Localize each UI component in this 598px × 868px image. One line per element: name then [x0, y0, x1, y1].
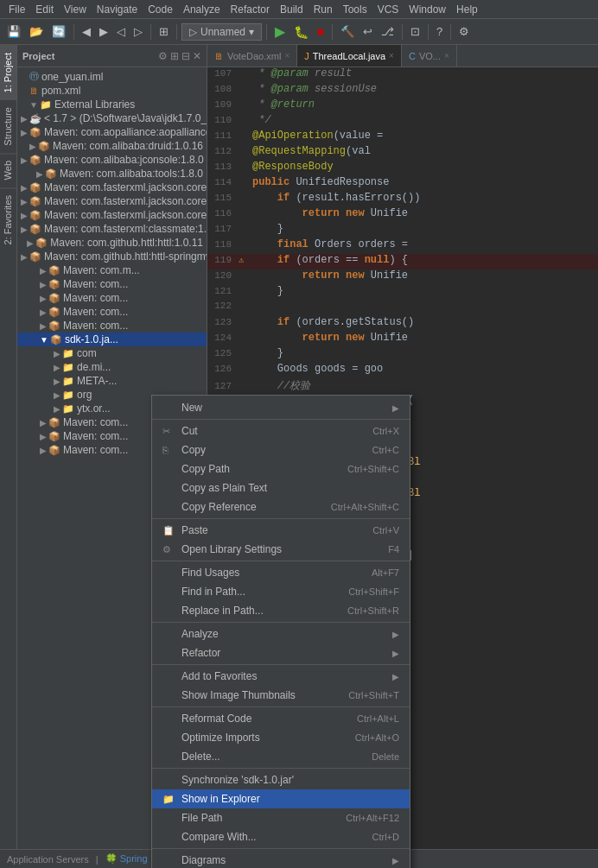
- menu-navigate[interactable]: Navigate: [92, 2, 143, 17]
- tree-item-com1[interactable]: ▶ 📦 Maven: com.m...: [17, 263, 207, 277]
- toolbar-stop-btn[interactable]: ■: [314, 23, 328, 40]
- cm-find-path[interactable]: Find in Path... Ctrl+Shift+F: [152, 582, 410, 601]
- tree-item-druid[interactable]: ▶ 📦 Maven: com.alibaba:druid:1.0.16: [17, 139, 207, 153]
- menu-view[interactable]: View: [59, 2, 92, 17]
- tree-item-com3[interactable]: ▶ 📦 Maven: com...: [17, 291, 207, 305]
- cm-paste[interactable]: 📋 Paste Ctrl+V: [152, 521, 410, 540]
- tree-item-jackson-core[interactable]: ▶ 📦 Maven: com.fasterxml.jackson.core:ja…: [17, 194, 207, 208]
- tree-item-jconsole[interactable]: ▶ 📦 Maven: com.alibaba:jconsole:1.8.0: [17, 153, 207, 167]
- left-tab-structure[interactable]: Structure: [0, 99, 16, 153]
- tree-item-pom[interactable]: 🗎 pom.xml: [17, 84, 207, 98]
- tree-item-aop[interactable]: ▶ 📦 Maven: com.aopalliance:aopalliance:1…: [17, 125, 207, 139]
- tree-item-jdk[interactable]: ▶ ☕ < 1.7 > (D:\Software\Java\jdk1.7.0_5…: [17, 111, 207, 125]
- toolbar-vcs2-btn[interactable]: ⎇: [378, 23, 398, 40]
- status-app-servers: Application Servers: [7, 854, 89, 865]
- menu-build[interactable]: Build: [275, 2, 309, 17]
- toolbar-open-btn[interactable]: 📂: [26, 23, 47, 40]
- menu-help[interactable]: Help: [451, 2, 483, 17]
- tree-item-com-folder[interactable]: ▶ 📁 com: [17, 346, 207, 360]
- tree-label-com1: Maven: com.m...: [63, 264, 140, 276]
- cm-replace-path[interactable]: Replace in Path... Ctrl+Shift+R: [152, 601, 410, 620]
- menu-tools[interactable]: Tools: [338, 2, 372, 17]
- toolbar-back2-btn[interactable]: ◁: [113, 23, 129, 40]
- menu-refactor[interactable]: Refactor: [226, 2, 275, 17]
- cm-delete[interactable]: Delete... Delete: [152, 747, 410, 766]
- tab-threadlocal[interactable]: J ThreadLocal.java ×: [297, 45, 402, 67]
- panel-icon-close[interactable]: ✕: [193, 50, 201, 62]
- tree-item-sdk[interactable]: ▼ 📦 sdk-1.0.ja...: [17, 333, 207, 346]
- toolbar-save-btn[interactable]: 💾: [3, 23, 24, 40]
- tree-item-com4[interactable]: ▶ 📦 Maven: com...: [17, 305, 207, 319]
- tree-item-tools[interactable]: ▶ 📦 Maven: com.alibaba:tools:1.8.0: [17, 167, 207, 181]
- menu-window[interactable]: Window: [404, 2, 451, 17]
- toolbar-vcs-btn[interactable]: ↩: [359, 23, 376, 40]
- cm-cut[interactable]: ✂ Cut Ctrl+X: [152, 421, 410, 440]
- toolbar-project-dropdown[interactable]: ▷ Unnamed ▾: [181, 23, 262, 41]
- tree-item-extlibs[interactable]: ▼ 📁 External Libraries: [17, 98, 207, 111]
- toolbar-struct-btn[interactable]: ⊞: [156, 23, 172, 40]
- cm-copy-path-label: Copy Path: [181, 463, 230, 475]
- tree-label-extlibs: External Libraries: [54, 98, 135, 111]
- tree-label-jackson-core: Maven: com.fasterxml.jackson.core:jackso…: [44, 195, 207, 207]
- threadlocal-close[interactable]: ×: [389, 51, 394, 60]
- vo-close[interactable]: ×: [444, 51, 449, 60]
- tab-votedao[interactable]: 🗎 VoteDao.xml ×: [207, 45, 297, 67]
- toolbar-debug-btn[interactable]: 🐛: [290, 23, 312, 41]
- toolbar-run-btn[interactable]: ▶: [271, 22, 289, 41]
- cm-find-path-label: Find in Path...: [181, 586, 245, 598]
- left-tab-web[interactable]: Web: [0, 153, 16, 187]
- cm-compare[interactable]: Compare With... Ctrl+D: [152, 827, 410, 846]
- cm-copy-ref[interactable]: Copy Reference Ctrl+Alt+Shift+C: [152, 497, 410, 516]
- panel-icon-collapse[interactable]: ⊟: [181, 50, 190, 62]
- cm-optimize[interactable]: Optimize Imports Ctrl+Alt+O: [152, 728, 410, 747]
- toolbar-fwd-btn[interactable]: ▶: [96, 23, 111, 40]
- menu-run[interactable]: Run: [309, 2, 338, 17]
- cm-show-explorer[interactable]: 📁 Show in Explorer: [152, 789, 410, 808]
- tree-item-jackson-data[interactable]: ▶ 📦 Maven: com.fasterxml.jackson.core:ja…: [17, 208, 207, 222]
- toolbar-term-btn[interactable]: ⊡: [407, 23, 423, 40]
- votedao-close[interactable]: ×: [284, 51, 289, 60]
- toolbar-help-btn[interactable]: ?: [433, 23, 446, 40]
- cm-analyze[interactable]: Analyze ▶: [152, 624, 410, 643]
- panel-icon-expand[interactable]: ⊞: [170, 50, 179, 62]
- toolbar-sync-btn[interactable]: 🔄: [48, 23, 69, 40]
- tree-item-jackson-annot[interactable]: ▶ 📦 Maven: com.fasterxml.jackson.core:ja…: [17, 181, 207, 194]
- cm-reformat[interactable]: Reformat Code Ctrl+Alt+L: [152, 709, 410, 728]
- cm-synchronize[interactable]: Synchronize 'sdk-1.0.jar': [152, 770, 410, 789]
- tree-item-de[interactable]: ▶ 📁 de.mi...: [17, 360, 207, 374]
- cm-open-lib[interactable]: ⚙ Open Library Settings F4: [152, 540, 410, 559]
- left-tab-project[interactable]: 1: Project: [0, 45, 16, 99]
- tree-item-iml[interactable]: ⓜ one_yuan.iml: [17, 69, 207, 84]
- status-spring[interactable]: 🍀 Spring: [105, 853, 148, 865]
- cm-diagrams[interactable]: Diagrams ▶: [152, 851, 410, 868]
- cm-find-usages[interactable]: Find Usages Alt+F7: [152, 563, 410, 582]
- cm-new[interactable]: New ▶: [152, 398, 410, 417]
- tree-item-meta[interactable]: ▶ 📁 META-...: [17, 374, 207, 388]
- cm-copy[interactable]: ⎘ Copy Ctrl+C: [152, 440, 410, 459]
- cm-copy-plain[interactable]: Copy as Plain Text: [152, 478, 410, 497]
- menu-analyze[interactable]: Analyze: [178, 2, 226, 17]
- tree-item-com2[interactable]: ▶ 📦 Maven: com...: [17, 277, 207, 291]
- menu-file[interactable]: File: [3, 2, 30, 17]
- cm-add-favorites[interactable]: Add to Favorites ▶: [152, 667, 410, 686]
- cm-refactor[interactable]: Refactor ▶: [152, 643, 410, 662]
- toolbar-fwd2-btn[interactable]: ▷: [130, 23, 146, 40]
- toolbar-back-btn[interactable]: ◀: [79, 23, 94, 40]
- menu-code[interactable]: Code: [143, 2, 178, 17]
- tree-item-classmate[interactable]: ▶ 📦 Maven: com.fasterxml:classmate:1.1.0: [17, 222, 207, 236]
- menu-vcs[interactable]: VCS: [372, 2, 404, 17]
- left-tab-favorites[interactable]: 2: Favorites: [0, 187, 16, 251]
- tree-item-httl[interactable]: ▶ 📦 Maven: com.github.httl:httl:1.0.11: [17, 236, 207, 250]
- panel-icon-settings[interactable]: ⚙: [158, 50, 168, 62]
- cm-show-thumbnails[interactable]: Show Image Thumbnails Ctrl+Shift+T: [152, 686, 410, 705]
- toolbar-build-btn[interactable]: 🔨: [337, 23, 358, 40]
- tree-item-com5[interactable]: ▶ 📦 Maven: com...: [17, 319, 207, 333]
- code-line-123: 123 if (orders.getStatus(): [207, 316, 598, 332]
- cm-copy-path[interactable]: Copy Path Ctrl+Shift+C: [152, 459, 410, 478]
- cm-file-path[interactable]: File Path Ctrl+Alt+F12: [152, 808, 410, 827]
- tree-item-httl-spring[interactable]: ▶ 📦 Maven: com.github.httl:httl-springmv…: [17, 250, 207, 263]
- menu-edit[interactable]: Edit: [30, 2, 59, 17]
- tab-vo[interactable]: C VO... ×: [402, 45, 457, 67]
- toolbar-config-btn[interactable]: ⚙: [455, 23, 473, 40]
- cm-open-lib-icon: ⚙: [162, 544, 178, 555]
